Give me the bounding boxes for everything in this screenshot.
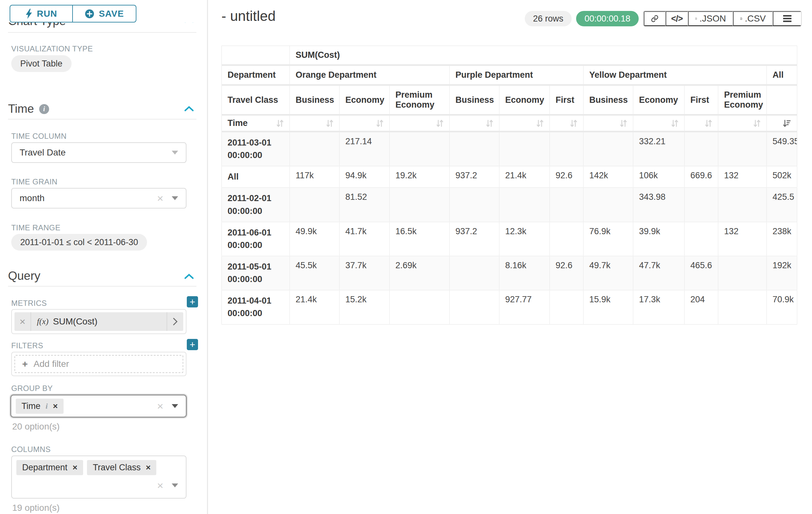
sort-header xyxy=(767,115,797,132)
sort-desc-icon[interactable] xyxy=(783,119,791,128)
group-by-label: GROUP BY xyxy=(11,384,53,393)
pivot-cell: 15.2k xyxy=(340,290,389,324)
metric-chip[interactable]: × f(x) SUM(Cost) xyxy=(14,312,183,331)
menu-button[interactable] xyxy=(773,11,801,26)
travel-class-header: Economy xyxy=(499,85,550,115)
save-button[interactable]: SAVE xyxy=(72,5,137,23)
share-link-button[interactable] xyxy=(644,11,666,26)
pivot-cell xyxy=(685,188,718,222)
sort-icon[interactable] xyxy=(570,119,577,128)
sort-icon[interactable] xyxy=(753,119,761,128)
sort-icon[interactable] xyxy=(276,119,284,128)
travel-class-header: Business xyxy=(290,85,340,115)
sort-header xyxy=(450,115,499,132)
pivot-cell xyxy=(550,188,583,222)
sort-icon[interactable] xyxy=(486,119,493,128)
sort-icon[interactable] xyxy=(620,119,627,128)
pivot-cell xyxy=(389,290,450,324)
table-row: 2011-03-0100:00:00217.14332.21549.35 xyxy=(222,132,797,166)
metrics-box: × f(x) SUM(Cost) xyxy=(11,309,186,334)
export-json-button[interactable]: .JSON xyxy=(688,11,733,26)
control-panel: Chart Type RUN SAVE VISUALIZATION TYPE P… xyxy=(0,0,208,514)
sort-icon[interactable] xyxy=(436,119,443,128)
pivot-cell: 19.2k xyxy=(389,166,450,188)
view-query-button[interactable]: </> xyxy=(666,11,688,26)
group-by-tag[interactable]: Time i × xyxy=(16,399,63,414)
time-grain-select[interactable]: month × xyxy=(11,188,186,209)
columns-tag[interactable]: Travel Class × xyxy=(87,460,156,475)
add-metric-button[interactable]: + xyxy=(187,296,198,307)
pivot-cell: 37.7k xyxy=(340,256,389,290)
fx-icon: f(x) xyxy=(37,317,49,326)
add-filter-row[interactable]: + Add filter xyxy=(14,355,183,373)
pivot-cell: 132 xyxy=(718,222,767,256)
filters-box: + Add filter xyxy=(11,352,186,376)
info-icon[interactable]: i xyxy=(39,104,49,114)
col-dimension-label: Department xyxy=(222,65,290,85)
code-icon: </> xyxy=(671,14,683,24)
columns-tag[interactable]: Department × xyxy=(17,460,83,475)
pivot-cell: 343.98 xyxy=(633,188,685,222)
pivot-cell: 502k xyxy=(767,166,797,188)
pivot-cell xyxy=(290,132,340,166)
pivot-cell: 106k xyxy=(633,166,685,188)
time-column-select[interactable]: Travel Date xyxy=(11,142,186,163)
pivot-cell: 39.9k xyxy=(633,222,685,256)
caret-down-icon xyxy=(172,151,178,155)
pivot-cell xyxy=(718,188,767,222)
pivot-cell: 937.2 xyxy=(450,222,499,256)
chart-title[interactable]: - untitled xyxy=(222,8,276,24)
remove-icon[interactable]: × xyxy=(72,463,77,472)
table-row: 2011-04-0100:00:0021.4k15.2k927.7715.9k1… xyxy=(222,290,797,324)
clear-icon[interactable]: × xyxy=(157,401,163,411)
remove-icon[interactable]: × xyxy=(14,312,31,331)
remove-icon[interactable]: × xyxy=(146,463,150,472)
sort-icon[interactable] xyxy=(536,119,544,128)
pivot-cell xyxy=(583,132,633,166)
chevron-up-icon[interactable] xyxy=(184,273,194,279)
query-timer-badge: 00:00:00.18 xyxy=(576,11,639,26)
sort-header xyxy=(389,115,450,132)
export-csv-button[interactable]: .CSV xyxy=(733,11,773,26)
time-grain-label: TIME GRAIN xyxy=(11,177,57,186)
chevron-up-icon[interactable] xyxy=(184,105,194,112)
pivot-cell: 117k xyxy=(290,166,340,188)
columns-select[interactable]: Department × Travel Class × × xyxy=(11,456,186,498)
time-section-heading: Time xyxy=(8,102,34,116)
bolt-icon xyxy=(25,9,32,19)
pivot-cell: 549.35 xyxy=(767,132,797,166)
sort-icon[interactable] xyxy=(705,119,712,128)
time-range-value[interactable]: 2011-01-01 ≤ col < 2011-06-30 xyxy=(11,234,147,250)
pivot-cell: 92.6 xyxy=(550,166,583,188)
sort-header xyxy=(718,115,767,132)
visualization-type-value[interactable]: Pivot Table xyxy=(11,55,71,72)
travel-class-header: Business xyxy=(450,85,499,115)
pivot-cell: 238k xyxy=(767,222,797,256)
group-by-select[interactable]: Time i × × xyxy=(10,395,187,417)
metric-header: SUM(Cost) xyxy=(290,46,797,65)
pivot-cell xyxy=(718,256,767,290)
sort-icon[interactable] xyxy=(326,119,334,128)
pivot-cell xyxy=(450,132,499,166)
link-icon xyxy=(651,13,659,24)
add-filter-button[interactable]: + xyxy=(187,339,198,350)
pivot-cell: 927.77 xyxy=(499,290,550,324)
pivot-cell: 92.6 xyxy=(550,256,583,290)
sort-icon[interactable] xyxy=(376,119,383,128)
table-row: All117k94.9k19.2k937.221.4k92.6142k106k6… xyxy=(222,166,797,188)
remove-icon[interactable]: × xyxy=(53,401,58,411)
table-row: 2011-05-0100:00:0045.5k37.7k2.69k8.16k92… xyxy=(222,256,797,290)
pivot-cell: 41.7k xyxy=(340,222,389,256)
caret-right-icon[interactable] xyxy=(167,312,183,331)
travel-class-header: First xyxy=(550,85,583,115)
pivot-cell: 49.9k xyxy=(290,222,340,256)
pivot-cell: 204 xyxy=(685,290,718,324)
run-button[interactable]: RUN xyxy=(10,5,72,23)
pivot-cell: 21.4k xyxy=(290,290,340,324)
sort-icon[interactable] xyxy=(671,119,678,128)
clear-icon[interactable]: × xyxy=(157,193,163,204)
sort-header xyxy=(290,115,340,132)
caret-down-icon xyxy=(172,196,178,200)
clear-icon[interactable]: × xyxy=(157,480,163,491)
travel-class-header: Economy xyxy=(633,85,685,115)
